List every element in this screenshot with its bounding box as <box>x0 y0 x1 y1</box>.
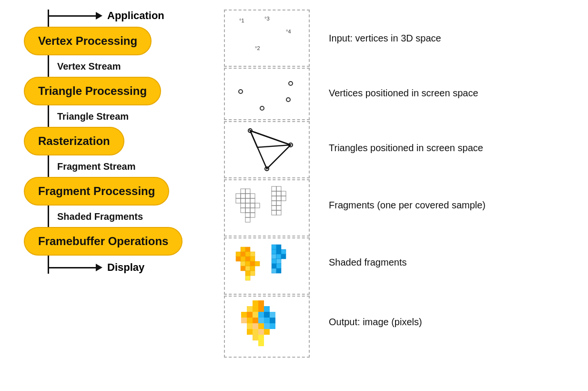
svg-rect-29 <box>250 208 255 213</box>
desc-2: Vertices positioned in screen space <box>329 67 574 119</box>
desc-3: Triangles positioned in screen space <box>329 119 574 176</box>
stream-fragment: Fragment Stream <box>57 156 136 177</box>
diagram-shaded-fragments <box>224 237 310 295</box>
svg-rect-57 <box>241 261 245 266</box>
svg-rect-43 <box>272 206 276 210</box>
diagram-screen-vertices <box>224 68 310 120</box>
stage-vertex: Vertex Processing <box>14 27 214 55</box>
svg-rect-37 <box>281 191 286 196</box>
svg-rect-28 <box>245 208 250 213</box>
svg-rect-90 <box>258 312 264 318</box>
svg-rect-73 <box>276 254 281 259</box>
app-arrow <box>48 12 102 20</box>
triangle-processing-box: Triangle Processing <box>24 77 161 105</box>
desc-1-text: Input: vertices in 3D space <box>329 33 441 44</box>
svg-shaded-fragments <box>229 240 305 292</box>
svg-rect-82 <box>258 300 264 306</box>
svg-rect-108 <box>253 335 258 340</box>
svg-rect-49 <box>236 252 241 257</box>
desc-5: Shaded fragments <box>329 234 574 291</box>
svg-marker-9 <box>250 131 291 147</box>
svg-rect-61 <box>241 266 245 271</box>
svg-rect-31 <box>250 213 255 217</box>
horiz-line-display <box>48 267 96 268</box>
svg-rect-80 <box>276 268 281 273</box>
application-row: Application <box>14 10 164 22</box>
svg-rect-81 <box>253 300 258 306</box>
svg-rect-54 <box>241 257 245 261</box>
svg-rect-110 <box>258 340 264 346</box>
svg-rect-25 <box>250 203 255 208</box>
svg-rect-42 <box>276 201 281 206</box>
svg-triangles <box>229 123 305 176</box>
desc-4: Fragments (one per covered sample) <box>329 176 574 234</box>
framebuffer-box: Framebuffer Operations <box>24 227 182 256</box>
stage-triangle: Triangle Processing <box>14 77 214 105</box>
svg-point-5 <box>289 82 293 85</box>
display-label: Display <box>107 261 144 274</box>
svg-rect-68 <box>276 245 281 249</box>
desc-6-text: Output: image (pixels) <box>329 317 422 328</box>
diagram-output-pixels <box>224 296 310 358</box>
svg-rect-30 <box>245 213 250 217</box>
svg-rect-101 <box>258 323 264 329</box>
svg-rect-102 <box>264 323 270 329</box>
svg-rect-89 <box>253 312 258 318</box>
svg-point-4 <box>239 90 243 93</box>
desc-6: Output: image (pixels) <box>329 291 574 353</box>
svg-rect-63 <box>250 266 255 271</box>
main-container: Application Vertex Processing Vertex Str… <box>0 0 588 391</box>
svg-rect-64 <box>245 271 250 276</box>
diagram-3d-vertices: °1 °3 °4 °2 <box>224 10 310 67</box>
fragment-processing-box: Fragment Processing <box>24 177 169 206</box>
horiz-line-app <box>48 15 96 17</box>
svg-rect-104 <box>247 329 253 335</box>
diagram-fragments <box>224 179 310 237</box>
svg-rect-106 <box>258 329 264 335</box>
vertex-processing-box: Vertex Processing <box>24 27 152 55</box>
svg-rect-84 <box>253 306 258 312</box>
svg-rect-35 <box>272 191 276 196</box>
desc-3-text: Triangles positioned in screen space <box>329 143 483 154</box>
svg-rect-27 <box>241 208 245 213</box>
svg-rect-23 <box>241 203 245 208</box>
svg-rect-76 <box>276 259 281 264</box>
svg-rect-77 <box>272 264 276 268</box>
desc-5-text: Shaded fragments <box>329 257 406 268</box>
descriptions-column: Input: vertices in 3D space Vertices pos… <box>329 10 574 353</box>
svg-rect-41 <box>272 201 276 206</box>
svg-fragments <box>229 182 305 234</box>
arrow-right-display <box>96 264 102 271</box>
svg-rect-66 <box>245 276 250 280</box>
svg-rect-103 <box>270 323 275 329</box>
desc-2-text: Vertices positioned in screen space <box>329 88 478 99</box>
svg-rect-95 <box>253 318 258 323</box>
svg-rect-16 <box>241 194 245 198</box>
stage-fragment: Fragment Processing <box>14 177 214 206</box>
svg-rect-67 <box>272 245 276 249</box>
svg-rect-88 <box>247 312 253 318</box>
svg-rect-59 <box>250 261 255 266</box>
svg-rect-55 <box>245 257 250 261</box>
arrow-right-app <box>96 12 102 20</box>
svg-rect-22 <box>250 198 255 203</box>
svg-rect-105 <box>253 329 258 335</box>
svg-rect-98 <box>270 318 275 323</box>
stream-vertex: Vertex Stream <box>57 56 121 77</box>
svg-rect-38 <box>272 196 276 201</box>
svg-3d-vertices: °1 °3 °4 °2 <box>229 12 305 64</box>
svg-rect-78 <box>276 264 281 268</box>
svg-marker-8 <box>250 131 291 169</box>
svg-rect-17 <box>245 194 250 198</box>
svg-rect-58 <box>245 261 250 266</box>
svg-screen-vertices <box>229 70 305 118</box>
svg-rect-40 <box>281 196 286 201</box>
svg-rect-72 <box>272 254 276 259</box>
svg-rect-100 <box>253 323 258 329</box>
svg-rect-69 <box>272 249 276 254</box>
svg-rect-86 <box>264 306 270 312</box>
svg-rect-71 <box>281 249 286 254</box>
svg-rect-107 <box>264 329 270 335</box>
svg-rect-33 <box>272 186 276 191</box>
stream-triangle: Triangle Stream <box>57 106 129 127</box>
